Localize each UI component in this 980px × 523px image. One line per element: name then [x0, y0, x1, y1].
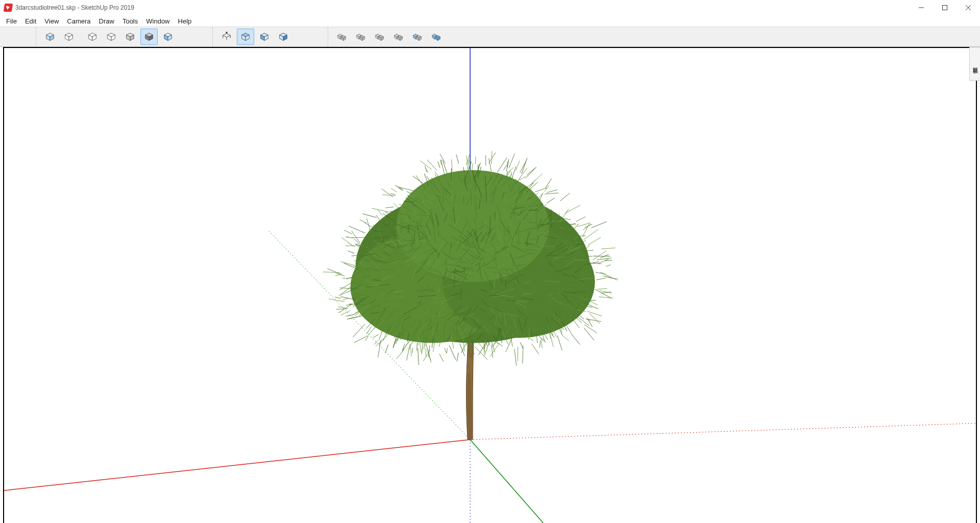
- svg-line-242: [592, 222, 607, 228]
- scene-button-5[interactable]: [409, 29, 426, 45]
- toolbar-group-views: [212, 27, 297, 46]
- toolbar-group-styles: [36, 27, 182, 46]
- svg-line-709: [585, 245, 590, 249]
- axis-red-pos: [470, 423, 976, 440]
- svg-line-527: [406, 344, 410, 361]
- cube-top-icon: [240, 31, 251, 42]
- axis-red-neg: [4, 440, 470, 491]
- style-shadedtex-button[interactable]: [140, 29, 158, 45]
- titlebar: 3darcstudiotree01.skp - SketchUp Pro 201…: [0, 0, 980, 15]
- svg-line-441: [338, 307, 345, 308]
- scene-button-1[interactable]: [333, 29, 351, 45]
- svg-line-780: [571, 333, 580, 345]
- svg-line-857: [420, 160, 432, 170]
- svg-line-901: [391, 188, 397, 193]
- svg-line-610: [597, 258, 611, 260]
- window-controls: [910, 0, 980, 15]
- svg-line-221: [541, 341, 542, 348]
- cube-xray-icon: [44, 31, 56, 42]
- svg-line-1066: [448, 277, 448, 283]
- svg-line-810: [595, 289, 611, 298]
- svg-line-209: [583, 224, 591, 230]
- svg-line-555: [354, 336, 368, 342]
- svg-line-542: [327, 269, 341, 274]
- menu-tools[interactable]: Tools: [118, 16, 142, 26]
- svg-line-1090: [547, 189, 557, 193]
- svg-line-179: [547, 198, 555, 203]
- svg-line-1051: [509, 153, 515, 168]
- svg-line-721: [587, 311, 602, 316]
- svg-line-712: [514, 349, 517, 366]
- style-monochrome-button[interactable]: [159, 29, 177, 45]
- svg-line-372: [373, 335, 378, 338]
- svg-line-974: [443, 160, 447, 174]
- style-shaded-button[interactable]: [121, 29, 139, 45]
- close-button[interactable]: [957, 0, 980, 15]
- svg-line-77: [565, 205, 581, 213]
- style-backedges-button[interactable]: [60, 29, 78, 45]
- svg-line-454: [349, 317, 358, 319]
- svg-line-662: [584, 325, 597, 333]
- svg-line-512: [439, 354, 444, 362]
- view-top-button[interactable]: [237, 29, 254, 45]
- toolbar-group-scenes: [328, 27, 450, 46]
- svg-line-897: [382, 195, 395, 196]
- scene-button-6[interactable]: [428, 29, 445, 45]
- svg-line-1019: [527, 167, 536, 175]
- stack-icon: [336, 31, 348, 42]
- svg-line-533: [403, 347, 405, 352]
- toolbar: [0, 27, 980, 47]
- style-hiddenline-button[interactable]: [103, 29, 120, 45]
- svg-line-938: [478, 165, 478, 179]
- menu-edit[interactable]: Edit: [21, 16, 40, 26]
- view-front-button[interactable]: [256, 29, 273, 45]
- svg-line-154: [575, 315, 589, 326]
- stack-icon: [431, 31, 442, 42]
- tree-model[interactable]: [323, 151, 618, 440]
- svg-line-119: [457, 353, 458, 362]
- menu-file[interactable]: File: [2, 16, 21, 26]
- tray-tab[interactable]: 默认面板: [969, 47, 980, 81]
- minimize-button[interactable]: [910, 0, 933, 15]
- menu-draw[interactable]: Draw: [95, 16, 118, 26]
- svg-line-930: [503, 165, 506, 171]
- svg-line-935: [456, 155, 459, 164]
- menubar: File Edit View Camera Draw Tools Window …: [0, 15, 980, 27]
- svg-line-358: [353, 324, 364, 337]
- svg-line-1071: [390, 194, 396, 195]
- scene-button-3[interactable]: [371, 29, 388, 45]
- svg-line-989: [492, 151, 492, 164]
- stack-icon: [393, 31, 404, 42]
- svg-line-1011: [381, 189, 393, 197]
- scene-button-4[interactable]: [390, 29, 407, 45]
- svg-line-858: [545, 193, 558, 194]
- stack-icon: [374, 31, 385, 42]
- style-wireframe-button[interactable]: [84, 29, 101, 45]
- svg-line-714: [584, 328, 594, 341]
- svg-line-737: [562, 335, 569, 341]
- menu-help[interactable]: Help: [174, 16, 196, 26]
- view-right-button[interactable]: [275, 29, 292, 45]
- view-iso-button[interactable]: [218, 29, 235, 45]
- style-xray-button[interactable]: [41, 29, 59, 45]
- cube-backedges-icon: [63, 31, 75, 42]
- svg-line-405: [447, 348, 448, 353]
- scene-button-2[interactable]: [352, 29, 370, 45]
- app-icon: [4, 4, 13, 12]
- svg-line-294: [360, 220, 366, 223]
- svg-line-973: [519, 177, 525, 180]
- menu-window[interactable]: Window: [142, 16, 174, 26]
- svg-line-837: [593, 251, 606, 260]
- menu-camera[interactable]: Camera: [63, 16, 94, 26]
- svg-line-248: [348, 251, 355, 253]
- viewport[interactable]: [3, 47, 977, 523]
- svg-line-561: [329, 299, 345, 302]
- svg-line-1064: [438, 162, 440, 168]
- maximize-button[interactable]: [933, 0, 957, 15]
- menu-view[interactable]: View: [40, 16, 63, 26]
- cube-right-icon: [278, 31, 289, 42]
- svg-line-159: [417, 343, 418, 351]
- svg-line-677: [598, 289, 607, 289]
- svg-line-510: [352, 231, 360, 243]
- svg-line-791: [532, 344, 539, 354]
